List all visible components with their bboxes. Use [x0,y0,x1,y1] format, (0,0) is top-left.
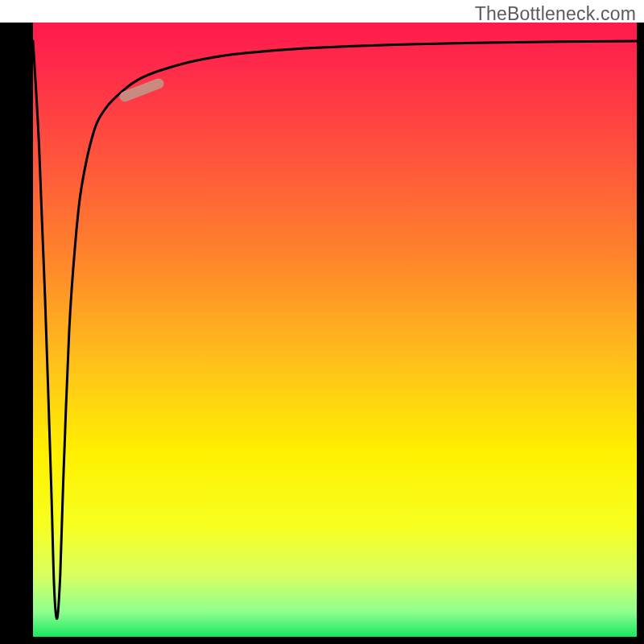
axis-frame-right [637,23,644,644]
chart-canvas: TheBottleneck.com [0,0,644,644]
bottleneck-curve [33,23,637,637]
axis-frame-bottom [0,637,644,644]
axis-frame-left [0,23,33,644]
watermark-text: TheBottleneck.com [475,3,636,25]
plot-area [33,23,637,637]
